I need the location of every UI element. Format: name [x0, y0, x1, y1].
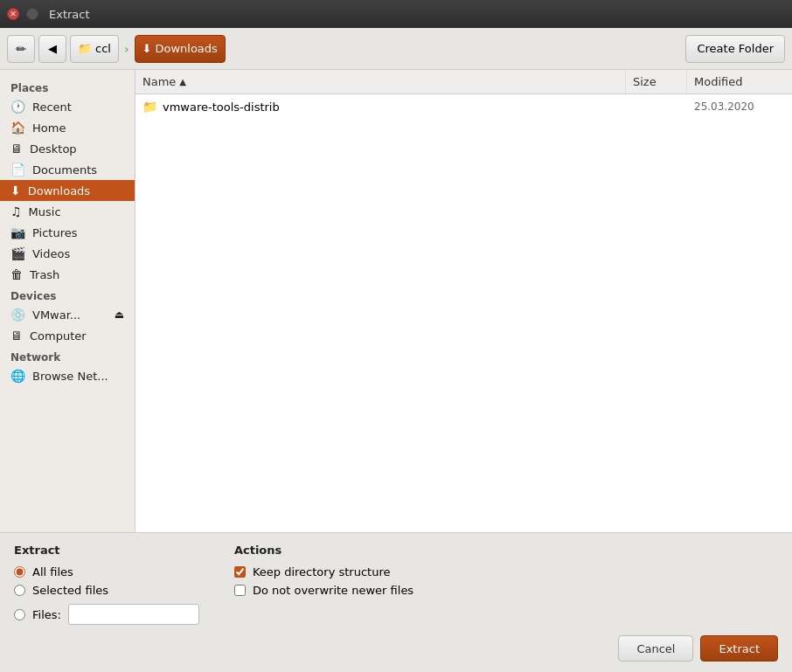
file-list-body: 📁 vmware-tools-distrib 25.03.2020 [135, 94, 792, 532]
edit-button[interactable]: ✏ [7, 35, 35, 63]
sidebar: Places 🕐 Recent 🏠 Home 🖥 Desktop 📄 Docum… [0, 70, 135, 532]
table-row[interactable]: 📁 vmware-tools-distrib 25.03.2020 [135, 94, 792, 119]
minimize-button[interactable] [26, 8, 38, 20]
files-label: Files: [32, 608, 61, 621]
recent-icon: 🕐 [10, 100, 25, 114]
all-files-label: All files [32, 565, 73, 578]
files-row: Files: [14, 604, 199, 625]
keep-dir-checkbox-item[interactable]: Keep directory structure [234, 565, 413, 578]
bottom-sections: Extract All files Selected files Files: … [14, 544, 778, 625]
extract-section-label: Extract [14, 544, 199, 557]
vmware-icon: 💿 [10, 308, 25, 322]
sidebar-item-label: Pictures [32, 226, 77, 239]
actions-section-label: Actions [234, 544, 413, 557]
all-files-radio-item[interactable]: All files [14, 565, 199, 578]
music-icon: ♫ [10, 204, 22, 218]
selected-files-radio-item[interactable]: Selected files [14, 584, 199, 597]
sidebar-item-label: Desktop [30, 142, 77, 156]
sidebar-item-computer[interactable]: 🖥 Computer [0, 325, 135, 346]
breadcrumb-ccl[interactable]: 📁 ccl [70, 35, 119, 63]
sidebar-item-label: Trash [30, 268, 59, 281]
selected-files-radio[interactable] [14, 585, 25, 596]
back-icon: ◀ [48, 42, 57, 55]
sort-asc-icon: ▲ [179, 77, 186, 87]
main-container: Places 🕐 Recent 🏠 Home 🖥 Desktop 📄 Docum… [0, 70, 792, 532]
file-list-container: Name ▲ Size Modified 📁 vmware-tools-dist… [135, 70, 792, 532]
column-modified[interactable]: Modified [687, 70, 792, 94]
sidebar-item-label: Downloads [28, 184, 90, 197]
keep-dir-checkbox[interactable] [234, 566, 246, 578]
videos-icon: 🎬 [10, 246, 25, 260]
file-list-header: Name ▲ Size Modified [135, 70, 792, 94]
devices-label: Devices [0, 285, 135, 304]
desktop-icon: 🖥 [10, 142, 23, 156]
back-button[interactable]: ◀ [38, 35, 66, 63]
places-label: Places [0, 77, 135, 96]
sidebar-item-home[interactable]: 🏠 Home [0, 117, 135, 138]
sidebar-item-desktop[interactable]: 🖥 Desktop [0, 138, 135, 159]
sidebar-item-recent[interactable]: 🕐 Recent [0, 96, 135, 117]
downloads-icon: ⬇ [10, 184, 21, 197]
files-input[interactable] [68, 604, 199, 625]
no-overwrite-checkbox-item[interactable]: Do not overwrite newer files [234, 584, 413, 597]
files-radio-item[interactable]: Files: [14, 608, 61, 621]
network-label: Network [0, 346, 135, 365]
toolbar: ✏ ◀ 📁 ccl › ⬇ Downloads Create Folder [0, 28, 792, 70]
titlebar: ✕ Extract [0, 0, 792, 28]
eject-icon[interactable]: ⏏ [115, 308, 124, 321]
no-overwrite-checkbox[interactable] [234, 585, 246, 596]
all-files-radio[interactable] [14, 566, 25, 578]
close-button[interactable]: ✕ [7, 8, 19, 20]
sidebar-item-label: Browse Net... [32, 370, 108, 383]
actions-section: Actions Keep directory structure Do not … [234, 544, 413, 625]
sidebar-item-label: Music [29, 205, 61, 218]
file-modified: 25.03.2020 [687, 100, 792, 113]
extract-section: Extract All files Selected files Files: [14, 544, 199, 625]
folder-icon: 📁 [78, 42, 92, 55]
window-title: Extract [49, 8, 90, 21]
sidebar-item-label: Documents [32, 163, 97, 177]
sidebar-item-videos[interactable]: 🎬 Videos [0, 243, 135, 264]
trash-icon: 🗑 [10, 267, 23, 281]
files-radio[interactable] [14, 609, 25, 620]
sidebar-item-downloads[interactable]: ⬇ Downloads [0, 180, 135, 201]
sidebar-item-vmware[interactable]: 💿 VMwar... ⏏ [0, 304, 135, 325]
sidebar-item-label: VMwar... [32, 308, 80, 322]
breadcrumb-separator: › [122, 42, 131, 56]
no-overwrite-label: Do not overwrite newer files [253, 584, 413, 597]
home-icon: 🏠 [10, 121, 25, 135]
sidebar-item-browse-network[interactable]: 🌐 Browse Net... [0, 365, 135, 386]
sidebar-item-label: Videos [32, 247, 70, 260]
documents-icon: 📄 [10, 163, 25, 177]
column-size[interactable]: Size [626, 70, 687, 94]
sidebar-item-documents[interactable]: 📄 Documents [0, 159, 135, 180]
sidebar-item-label: Computer [30, 329, 87, 343]
bottom-buttons: Cancel Extract [14, 625, 778, 662]
sidebar-item-trash[interactable]: 🗑 Trash [0, 264, 135, 285]
selected-files-label: Selected files [32, 584, 108, 597]
extract-button[interactable]: Extract [700, 635, 778, 662]
sidebar-item-label: Home [32, 121, 66, 135]
downloads-folder-icon: ⬇ [142, 42, 152, 55]
sidebar-item-pictures[interactable]: 📷 Pictures [0, 222, 135, 243]
computer-icon: 🖥 [10, 329, 23, 343]
sidebar-item-label: Recent [32, 100, 72, 114]
sidebar-item-music[interactable]: ♫ Music [0, 201, 135, 222]
create-folder-button[interactable]: Create Folder [685, 35, 785, 63]
pictures-icon: 📷 [10, 225, 25, 239]
cancel-button[interactable]: Cancel [618, 635, 693, 662]
file-name-text: vmware-tools-distrib [163, 100, 280, 114]
breadcrumb-downloads[interactable]: ⬇ Downloads [135, 35, 226, 63]
bottom-panel: Extract All files Selected files Files: … [0, 532, 792, 672]
keep-dir-label: Keep directory structure [253, 565, 391, 578]
network-icon: 🌐 [10, 369, 25, 383]
folder-icon: 📁 [142, 100, 157, 114]
column-name[interactable]: Name ▲ [135, 70, 626, 94]
